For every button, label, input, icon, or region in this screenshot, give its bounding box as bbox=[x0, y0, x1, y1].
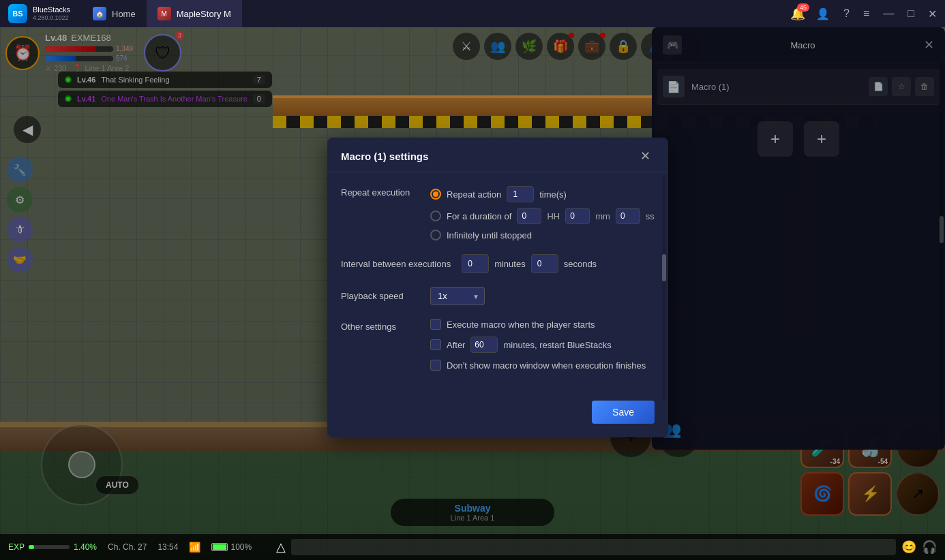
radio-repeat-action[interactable] bbox=[430, 189, 441, 200]
interval-row: Interval between executions minutes seco… bbox=[341, 254, 655, 273]
minutes-unit: minutes bbox=[494, 259, 526, 269]
repeat-options: Repeat action time(s) For a duration of … bbox=[430, 186, 655, 240]
seconds-unit: seconds bbox=[564, 259, 597, 269]
notification-count: 45 bbox=[797, 3, 809, 12]
exp-bar bbox=[29, 545, 70, 549]
radio-dot-repeat-action bbox=[433, 191, 438, 197]
bluestacks-logo-icon: BS bbox=[8, 4, 27, 23]
tab-home[interactable]: 🏠 Home bbox=[82, 0, 147, 27]
interval-label: Interval between executions bbox=[341, 259, 451, 269]
battery-percent: 100% bbox=[230, 542, 252, 552]
battery-section: 100% bbox=[211, 542, 252, 552]
tab-maplestory[interactable]: M MapleStory M bbox=[147, 0, 242, 27]
exp-fill bbox=[29, 545, 34, 549]
minimize-button[interactable]: — bbox=[880, 5, 897, 22]
duration-ss-input[interactable] bbox=[616, 208, 640, 224]
window-controls: 🔔 45 👤 ? ≡ — □ ✕ bbox=[785, 5, 945, 23]
restart-minutes-input[interactable] bbox=[470, 337, 498, 353]
repeat-action-label: Repeat action bbox=[447, 189, 501, 200]
restart-bluestacks-row: After minutes, restart BlueStacks bbox=[430, 337, 655, 353]
other-settings-options: Execute macro when the player starts Aft… bbox=[430, 319, 655, 371]
maple-tab-label: MapleStory M bbox=[177, 9, 231, 19]
channel-text: Ch. Ch. 27 bbox=[108, 542, 147, 552]
duration-mm-input[interactable] bbox=[565, 208, 590, 224]
chat-expand-btn[interactable]: △ bbox=[276, 540, 286, 555]
dont-show-row: Don't show macro window when execution f… bbox=[430, 360, 655, 371]
maximize-button[interactable]: □ bbox=[905, 5, 917, 22]
notification-bell[interactable]: 🔔 45 bbox=[790, 6, 805, 21]
hh-label: HH bbox=[547, 211, 560, 221]
emoji-btn[interactable]: 😊 bbox=[901, 540, 916, 555]
restart-label-post: minutes, restart BlueStacks bbox=[503, 340, 611, 350]
modal-overlay: Macro (1) settings ✕ Repeat execution Re… bbox=[0, 27, 945, 534]
checkbox-restart[interactable] bbox=[430, 339, 441, 350]
dialog-header: Macro (1) settings ✕ bbox=[327, 138, 668, 172]
save-button[interactable]: Save bbox=[592, 401, 655, 424]
repeat-execution-row: Repeat execution Repeat action time(s) bbox=[341, 186, 655, 240]
hamburger-menu-icon[interactable]: ≡ bbox=[860, 5, 872, 22]
dialog-body: Repeat execution Repeat action time(s) bbox=[327, 172, 668, 395]
repeat-execution-label: Repeat execution bbox=[341, 186, 419, 198]
execute-when-starts-row: Execute macro when the player starts bbox=[430, 319, 655, 330]
ss-label: ss bbox=[646, 211, 655, 221]
dialog-title: Macro (1) settings bbox=[341, 151, 428, 162]
for-duration-label: For a duration of bbox=[447, 211, 511, 221]
help-icon[interactable]: ? bbox=[841, 5, 852, 22]
title-bar: BS BlueStacks 4.280.0.1022 🏠 Home M Mapl… bbox=[0, 0, 945, 27]
dont-show-label: Don't show macro window when execution f… bbox=[447, 360, 646, 371]
battery-icon bbox=[211, 543, 228, 551]
infinitely-label: Infinitely until stopped bbox=[447, 230, 532, 240]
mm-label: mm bbox=[595, 211, 610, 221]
speed-select-wrapper: 0.5x 1x 1.5x 2x ▼ bbox=[430, 287, 485, 305]
exp-percent: 1.40% bbox=[74, 542, 97, 552]
radio-for-duration[interactable] bbox=[430, 211, 441, 221]
exp-section: EXP 1.40% bbox=[8, 542, 97, 552]
wifi-icon: 📶 bbox=[189, 542, 200, 553]
repeat-action-option: Repeat action time(s) bbox=[430, 186, 655, 202]
for-duration-option: For a duration of HH mm ss bbox=[430, 208, 655, 224]
execute-starts-label: Execute macro when the player starts bbox=[447, 320, 595, 330]
dialog-close-btn[interactable]: ✕ bbox=[636, 149, 655, 164]
interval-minutes-input[interactable] bbox=[462, 254, 489, 273]
repeat-action-count-input[interactable] bbox=[507, 186, 534, 202]
game-time: 13:54 bbox=[158, 542, 178, 552]
checkbox-execute-starts[interactable] bbox=[430, 319, 441, 330]
chat-input-box[interactable] bbox=[291, 539, 896, 555]
app-name-text: BlueStacks 4.280.0.1022 bbox=[33, 5, 70, 22]
dialog-footer: Save bbox=[327, 395, 668, 437]
other-settings-label: Other settings bbox=[341, 319, 419, 332]
dialog-scrollbar bbox=[662, 175, 666, 400]
playback-speed-row: Playback speed 0.5x 1x 1.5x 2x ▼ bbox=[341, 287, 655, 305]
playback-speed-label: Playback speed bbox=[341, 291, 419, 301]
home-tab-icon: 🏠 bbox=[93, 7, 106, 20]
headphone-btn[interactable]: 🎧 bbox=[922, 540, 937, 555]
close-button[interactable]: ✕ bbox=[925, 5, 940, 23]
exp-label: EXP bbox=[8, 542, 25, 552]
duration-hh-input[interactable] bbox=[517, 208, 541, 224]
home-tab-label: Home bbox=[112, 9, 136, 19]
repeat-action-unit: time(s) bbox=[539, 189, 567, 200]
other-settings-row: Other settings Execute macro when the pl… bbox=[341, 319, 655, 371]
restart-label-pre: After bbox=[447, 340, 465, 350]
interval-seconds-input[interactable] bbox=[531, 254, 558, 273]
macro-settings-dialog: Macro (1) settings ✕ Repeat execution Re… bbox=[327, 138, 668, 437]
chat-area: △ 😊 🎧 bbox=[276, 539, 937, 555]
interval-inputs: minutes seconds bbox=[462, 254, 597, 273]
app-logo: BS BlueStacks 4.280.0.1022 bbox=[0, 4, 82, 23]
account-icon[interactable]: 👤 bbox=[813, 5, 832, 23]
battery-fill bbox=[213, 544, 226, 550]
maple-tab-icon: M bbox=[158, 7, 171, 20]
infinitely-option: Infinitely until stopped bbox=[430, 230, 655, 240]
game-ui: ⏰ Lv.48 EXME168 1,349 574 ⚔ 230 📍 bbox=[0, 27, 945, 560]
dialog-scrollbar-thumb bbox=[662, 254, 666, 281]
playback-speed-select[interactable]: 0.5x 1x 1.5x 2x bbox=[430, 287, 485, 305]
radio-infinitely[interactable] bbox=[430, 230, 441, 240]
checkbox-dont-show[interactable] bbox=[430, 360, 441, 371]
bottom-status-bar: EXP 1.40% Ch. Ch. 27 13:54 📶 100% △ 😊 🎧 bbox=[0, 534, 945, 560]
